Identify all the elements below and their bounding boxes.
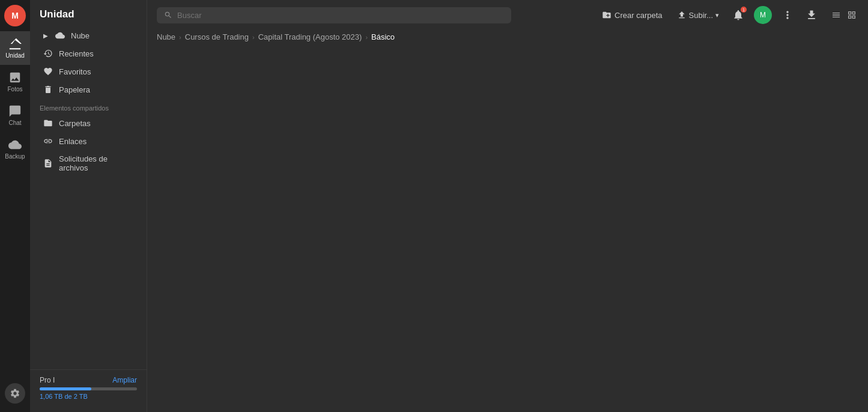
file-grid: ¿Cómo funciona forex? Empresas de corret…	[147, 47, 868, 412]
photos-icon	[8, 71, 22, 84]
sidebar-nav-favoritos[interactable]: Favoritos	[34, 62, 143, 80]
sidebar-item-backup[interactable]: Backup	[0, 132, 30, 166]
solicitudes-label: Solicitudes de archivos	[59, 154, 133, 172]
sidebar: Unidad ▶ Nube Recientes Favoritos Papele…	[30, 0, 147, 412]
icon-bar: M Unidad Fotos Chat Backup	[0, 0, 30, 412]
sidebar-shared-solicitudes[interactable]: Solicitudes de archivos	[34, 150, 143, 177]
icon-bar-bottom	[5, 383, 25, 407]
recent-icon	[43, 49, 53, 58]
app-logo: M	[4, 5, 26, 26]
notification-badge: 1	[741, 7, 747, 13]
storage-bar-fill	[40, 387, 91, 390]
search-icon	[164, 11, 172, 19]
upload-label: Subir...	[689, 11, 713, 20]
sidebar-item-chat[interactable]: Chat	[0, 98, 30, 132]
trash-icon	[43, 85, 53, 94]
file-request-icon	[43, 159, 53, 168]
download-icon-button[interactable]	[803, 7, 820, 23]
breadcrumb-sep-2: ›	[252, 34, 255, 41]
download-icon	[806, 9, 818, 21]
links-icon	[43, 136, 53, 146]
favorites-icon	[43, 67, 53, 76]
search-input[interactable]	[177, 11, 504, 20]
main-content: Crear carpeta Subir... ▾ 1 M	[147, 0, 868, 412]
chat-icon	[8, 105, 22, 118]
chevron-right-icon: ▶	[43, 32, 48, 39]
sidebar-nav-nube[interactable]: ▶ Nube	[34, 26, 143, 44]
sidebar-title: Unidad	[30, 6, 147, 26]
sidebar-nav-papelera[interactable]: Papelera	[34, 80, 143, 98]
chat-label: Chat	[8, 120, 21, 126]
drive-icon	[8, 37, 22, 50]
sidebar-nav-recientes[interactable]: Recientes	[34, 44, 143, 62]
more-options-button[interactable]	[779, 7, 796, 23]
sidebar-shared-carpetas[interactable]: Carpetas	[34, 114, 143, 132]
unidad-label: Unidad	[5, 52, 25, 59]
search-box[interactable]	[157, 7, 511, 23]
enlaces-label: Enlaces	[59, 137, 86, 146]
plan-label: Pro I	[40, 376, 55, 384]
grid-view-icon	[847, 10, 857, 20]
carpetas-label: Carpetas	[59, 119, 91, 128]
view-controls	[830, 8, 858, 22]
sidebar-item-unidad[interactable]: Unidad	[0, 31, 30, 65]
fotos-label: Fotos	[7, 86, 22, 92]
cloud-icon	[55, 31, 65, 40]
breadcrumb: Nube › Cursos de Trading › Capital Tradi…	[147, 30, 868, 47]
upload-caret-icon: ▾	[715, 11, 719, 19]
storage-text-of: de	[64, 393, 73, 400]
grid-view-button[interactable]	[845, 8, 858, 22]
breadcrumb-cursos-trading[interactable]: Cursos de Trading	[185, 32, 249, 41]
storage-used: 1,06 TB	[40, 393, 62, 400]
settings-button[interactable]	[5, 383, 25, 404]
more-icon	[782, 9, 794, 21]
recientes-label: Recientes	[59, 49, 94, 58]
sidebar-footer: Pro I Ampliar 1,06 TB de 2 TB	[30, 369, 147, 406]
breadcrumb-capital-trading[interactable]: Capital Trading (Agosto 2023)	[258, 32, 362, 41]
upgrade-button[interactable]: Ampliar	[112, 376, 137, 384]
storage-bar-background	[40, 387, 137, 390]
folders-icon	[43, 118, 53, 128]
topbar: Crear carpeta Subir... ▾ 1 M	[147, 0, 868, 30]
backup-label: Backup	[5, 153, 25, 160]
shared-section-label: Elementos compartidos	[30, 98, 147, 114]
settings-icon	[10, 388, 20, 399]
create-folder-label: Crear carpeta	[615, 11, 662, 20]
papelera-label: Papelera	[59, 85, 90, 94]
breadcrumb-current: Básico	[371, 32, 395, 41]
notification-button[interactable]: 1	[730, 7, 747, 23]
list-view-button[interactable]	[830, 8, 843, 22]
storage-text: 1,06 TB de 2 TB	[40, 393, 137, 400]
create-folder-icon	[602, 10, 612, 20]
breadcrumb-sep-3: ›	[365, 34, 368, 41]
upload-icon	[677, 10, 687, 20]
breadcrumb-nube[interactable]: Nube	[157, 32, 175, 41]
favoritos-label: Favoritos	[59, 67, 91, 76]
user-avatar[interactable]: M	[754, 6, 772, 24]
list-view-icon	[831, 10, 841, 20]
storage-total: 2 TB	[74, 393, 88, 400]
sidebar-item-fotos[interactable]: Fotos	[0, 65, 30, 98]
sidebar-shared-enlaces[interactable]: Enlaces	[34, 132, 143, 150]
topbar-right: Crear carpeta Subir... ▾ 1 M	[598, 6, 858, 24]
breadcrumb-sep-1: ›	[179, 34, 181, 41]
upload-button[interactable]: Subir... ▾	[673, 8, 723, 22]
create-folder-button[interactable]: Crear carpeta	[598, 8, 666, 22]
backup-icon	[8, 138, 22, 151]
nube-label: Nube	[71, 31, 90, 40]
